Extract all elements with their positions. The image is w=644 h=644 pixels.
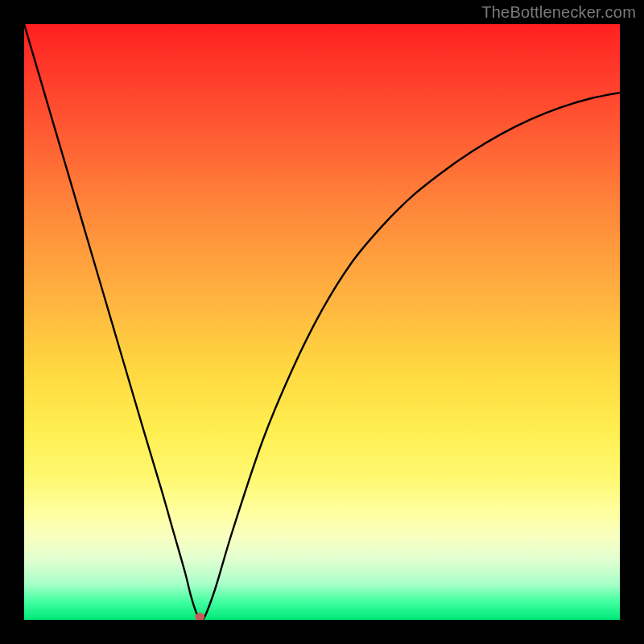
- bottleneck-curve-path: [24, 24, 620, 620]
- curve-svg: [24, 24, 620, 620]
- attribution-text: TheBottlenecker.com: [481, 3, 636, 22]
- chart-frame: TheBottlenecker.com: [0, 0, 644, 644]
- plot-area: [24, 24, 620, 620]
